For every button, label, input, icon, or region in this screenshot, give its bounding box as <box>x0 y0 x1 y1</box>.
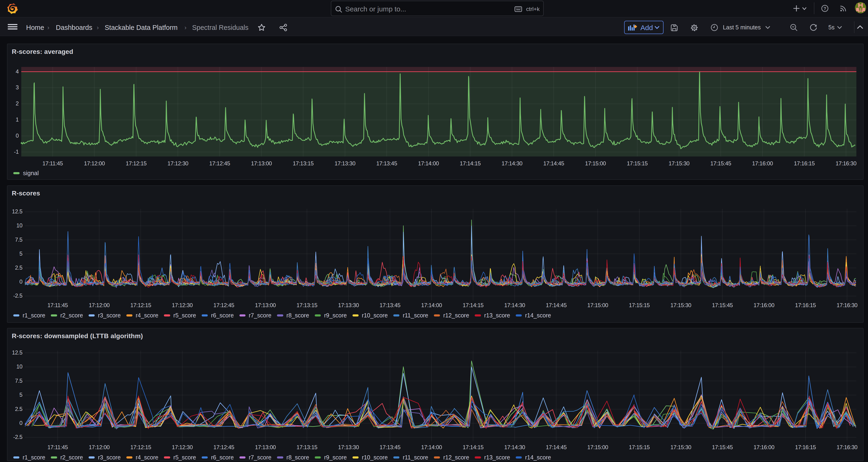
svg-text:17:13:45: 17:13:45 <box>376 160 397 166</box>
svg-text:17:16:15: 17:16:15 <box>794 160 815 166</box>
svg-text:7.5: 7.5 <box>15 236 22 243</box>
svg-text:17:15:00: 17:15:00 <box>587 444 608 450</box>
svg-text:17:14:30: 17:14:30 <box>501 160 523 166</box>
svg-text:17:15:15: 17:15:15 <box>629 444 650 450</box>
svg-text:2.5: 2.5 <box>15 406 22 412</box>
svg-text:2: 2 <box>16 100 19 106</box>
svg-text:0: 0 <box>19 278 22 285</box>
svg-text:17:15:30: 17:15:30 <box>670 302 691 308</box>
svg-text:17:15:00: 17:15:00 <box>587 302 608 308</box>
svg-text:-2.5: -2.5 <box>13 292 22 299</box>
svg-text:17:15:45: 17:15:45 <box>710 160 732 166</box>
svg-text:17:13:15: 17:13:15 <box>293 160 314 166</box>
svg-text:17:15:00: 17:15:00 <box>585 160 606 166</box>
svg-text:17:15:30: 17:15:30 <box>670 444 691 450</box>
svg-text:17:14:00: 17:14:00 <box>421 444 442 450</box>
svg-text:17:14:15: 17:14:15 <box>463 444 484 450</box>
svg-text:17:12:15: 17:12:15 <box>130 302 151 308</box>
svg-text:17:16:00: 17:16:00 <box>753 444 775 450</box>
svg-text:12.5: 12.5 <box>12 349 22 356</box>
svg-text:17:14:15: 17:14:15 <box>460 160 481 166</box>
svg-text:17:13:15: 17:13:15 <box>297 302 317 308</box>
svg-text:10: 10 <box>16 363 22 370</box>
svg-text:3: 3 <box>16 84 19 91</box>
svg-text:17:12:30: 17:12:30 <box>172 444 193 450</box>
svg-text:2.5: 2.5 <box>15 265 22 271</box>
svg-text:5: 5 <box>19 250 22 256</box>
svg-text:17:16:00: 17:16:00 <box>752 160 773 166</box>
svg-text:17:13:30: 17:13:30 <box>338 302 359 308</box>
svg-text:17:12:00: 17:12:00 <box>89 444 110 450</box>
svg-text:1: 1 <box>16 116 19 123</box>
svg-text:17:13:00: 17:13:00 <box>255 302 276 308</box>
svg-text:17:15:15: 17:15:15 <box>627 160 648 166</box>
svg-text:17:12:45: 17:12:45 <box>213 302 234 308</box>
svg-text:10: 10 <box>16 222 22 228</box>
svg-text:17:12:00: 17:12:00 <box>89 302 110 308</box>
svg-text:17:11:45: 17:11:45 <box>47 302 68 308</box>
svg-text:17:15:30: 17:15:30 <box>669 160 690 166</box>
svg-text:-2.5: -2.5 <box>13 434 22 440</box>
svg-text:4: 4 <box>16 68 19 74</box>
svg-text:0: 0 <box>19 420 22 426</box>
svg-text:17:11:45: 17:11:45 <box>47 444 68 450</box>
svg-text:17:13:45: 17:13:45 <box>379 302 401 308</box>
svg-text:?: ? <box>824 6 826 11</box>
svg-text:17:12:00: 17:12:00 <box>84 160 105 166</box>
svg-text:17:16:30: 17:16:30 <box>837 302 858 308</box>
svg-text:17:13:15: 17:13:15 <box>297 444 317 450</box>
svg-text:17:12:15: 17:12:15 <box>130 444 151 450</box>
svg-text:17:11:45: 17:11:45 <box>42 160 63 166</box>
svg-text:17:14:30: 17:14:30 <box>504 444 525 450</box>
svg-text:17:14:45: 17:14:45 <box>543 160 564 166</box>
svg-text:17:16:30: 17:16:30 <box>836 160 857 166</box>
svg-text:17:12:30: 17:12:30 <box>172 302 193 308</box>
svg-text:12.5: 12.5 <box>12 208 22 215</box>
svg-text:17:16:15: 17:16:15 <box>795 302 816 308</box>
svg-text:17:16:15: 17:16:15 <box>795 444 816 450</box>
svg-text:17:16:30: 17:16:30 <box>837 444 858 450</box>
svg-text:5: 5 <box>19 392 22 398</box>
svg-text:17:15:45: 17:15:45 <box>712 444 733 450</box>
svg-text:17:12:15: 17:12:15 <box>126 160 147 166</box>
svg-text:17:14:45: 17:14:45 <box>546 444 567 450</box>
svg-text:17:13:30: 17:13:30 <box>338 444 359 450</box>
svg-text:17:14:45: 17:14:45 <box>546 302 567 308</box>
svg-text:17:13:00: 17:13:00 <box>251 160 272 166</box>
svg-text:17:12:45: 17:12:45 <box>213 444 234 450</box>
svg-text:17:12:45: 17:12:45 <box>209 160 230 166</box>
svg-text:17:14:00: 17:14:00 <box>418 160 439 166</box>
svg-text:17:14:30: 17:14:30 <box>504 302 525 308</box>
svg-text:7.5: 7.5 <box>15 377 22 384</box>
svg-text:17:13:00: 17:13:00 <box>255 444 276 450</box>
svg-text:17:15:15: 17:15:15 <box>629 302 650 308</box>
svg-text:17:14:15: 17:14:15 <box>463 302 484 308</box>
svg-text:17:13:45: 17:13:45 <box>379 444 401 450</box>
svg-text:0: 0 <box>16 132 19 139</box>
svg-text:17:14:00: 17:14:00 <box>421 302 442 308</box>
svg-text:17:15:45: 17:15:45 <box>712 302 733 308</box>
svg-text:17:16:00: 17:16:00 <box>753 302 775 308</box>
svg-text:17:12:30: 17:12:30 <box>167 160 188 166</box>
svg-text:-1: -1 <box>14 149 19 155</box>
svg-text:17:13:30: 17:13:30 <box>335 160 355 166</box>
